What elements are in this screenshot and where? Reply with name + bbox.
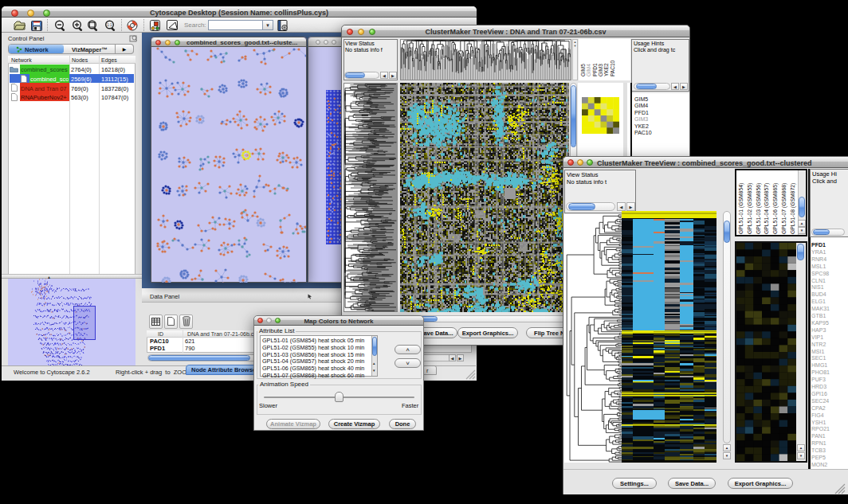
svg-text:1:1: 1:1 (107, 23, 112, 27)
